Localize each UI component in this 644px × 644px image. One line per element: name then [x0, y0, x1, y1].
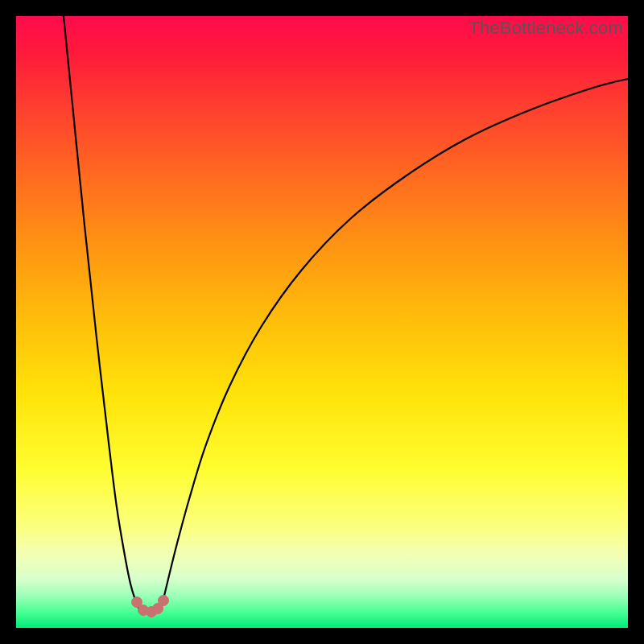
valley-dots-group: [132, 596, 169, 617]
plot-area: TheBottleneck.com: [16, 16, 628, 628]
bottleneck-curve-path: [60, 16, 628, 612]
bottleneck-curve: [16, 16, 628, 628]
valley-dot: [159, 596, 169, 606]
